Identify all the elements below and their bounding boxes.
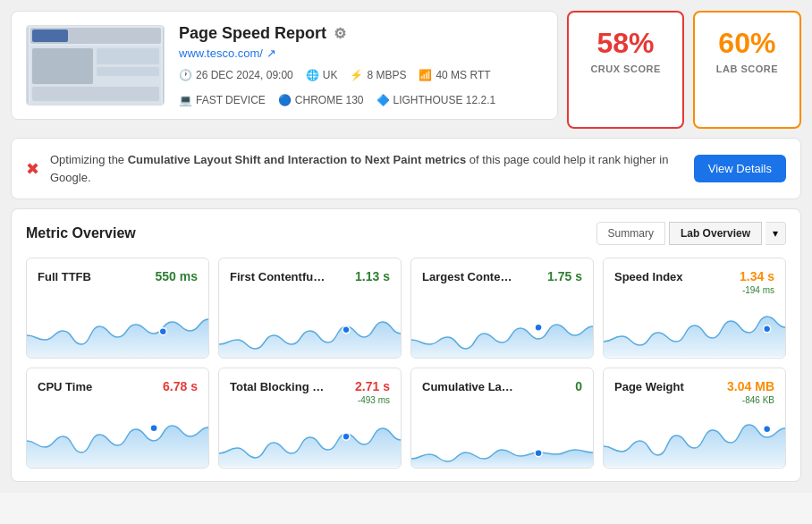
metric-chart — [411, 300, 593, 358]
metric-value: 6.78 s — [163, 379, 198, 393]
svg-point-9 — [343, 326, 350, 334]
site-url[interactable]: www.tesco.com/ ↗ — [179, 46, 543, 60]
page-thumbnail — [26, 25, 165, 106]
svg-rect-7 — [32, 87, 159, 101]
sparkline-svg — [219, 409, 401, 467]
sparkline-svg — [27, 410, 208, 468]
view-toggle: Summary Lab Overview ▾ — [596, 222, 786, 245]
metric-header: Cumulative Layout S... 0 — [422, 379, 582, 393]
metric-card-full-ttfb[interactable]: Full TTFB 550 ms — [26, 258, 209, 359]
metric-card-cls[interactable]: Cumulative Layout S... 0 — [410, 368, 594, 469]
crux-score-value: 58% — [590, 27, 660, 60]
meta-region: 🌐 UK — [306, 69, 338, 81]
metric-name: Largest Content... — [422, 270, 518, 283]
metric-name: Full TTFB — [38, 270, 91, 283]
svg-point-12 — [150, 425, 157, 432]
meta-row: 🕐 26 DEC 2024, 09:00 🌐 UK ⚡ 8 MBPS 📶 40 … — [179, 69, 543, 106]
sparkline-svg — [27, 300, 208, 358]
metric-header: Full TTFB 550 ms — [38, 269, 198, 283]
svg-rect-4 — [32, 48, 93, 84]
svg-point-13 — [343, 433, 350, 440]
device-icon: 💻 — [179, 94, 192, 106]
metric-header: First Contentful ... 1.13 s — [230, 269, 390, 283]
metric-sub: -493 ms — [230, 395, 390, 405]
metric-sub: -194 ms — [614, 285, 774, 295]
settings-icon[interactable]: ⚙ — [334, 25, 346, 42]
metric-card-tbt[interactable]: Total Blocking Ti... 2.71 s -493 ms — [218, 368, 402, 469]
metric-value: 550 ms — [156, 269, 198, 283]
external-link-icon: ↗ — [266, 46, 276, 60]
sparkline-svg — [219, 300, 401, 358]
metric-value: 1.34 s — [740, 269, 774, 283]
lab-overview-toggle-button[interactable]: Lab Overview — [669, 222, 762, 245]
clock-icon: 🕐 — [179, 69, 192, 81]
lab-score-value: 60% — [716, 27, 778, 60]
svg-point-11 — [764, 325, 771, 333]
metric-card-fcp[interactable]: First Contentful ... 1.13 s — [218, 258, 402, 359]
svg-point-8 — [159, 328, 166, 335]
meta-lighthouse: 🔷 LIGHTHOUSE 12.2.1 — [376, 94, 496, 106]
header-info: Page Speed Report ⚙ www.tesco.com/ ↗ 🕐 2… — [179, 24, 543, 106]
crux-score-label: CRUX SCORE — [590, 63, 660, 74]
metric-chart — [411, 410, 593, 468]
metric-value: 1.75 s — [547, 269, 582, 283]
metric-header: Largest Content... 1.75 s — [422, 269, 582, 283]
svg-rect-6 — [97, 67, 159, 76]
alert-text: Optimizing the Cumulative Layout Shift a… — [50, 151, 683, 186]
svg-point-10 — [535, 324, 542, 331]
svg-rect-5 — [97, 48, 159, 64]
alert-emphasis: Cumulative Layout Shift and Interaction … — [128, 153, 467, 166]
metric-value: 0 — [575, 379, 582, 393]
metric-name: Page Weight — [614, 380, 684, 393]
sparkline-svg — [604, 409, 785, 467]
error-icon: ✖ — [26, 159, 39, 179]
sparkline-svg — [604, 299, 785, 357]
metric-name: Total Blocking Ti... — [230, 380, 326, 393]
meta-bandwidth: ⚡ 8 MBPS — [350, 69, 406, 81]
speed-icon: ⚡ — [350, 69, 363, 81]
metric-card-lcp[interactable]: Largest Content... 1.75 s — [410, 258, 594, 359]
svg-point-14 — [535, 450, 542, 457]
metric-value: 1.13 s — [355, 269, 390, 283]
metric-value: 2.71 s — [355, 379, 390, 393]
svg-point-15 — [764, 426, 771, 433]
metric-card-page-weight[interactable]: Page Weight 3.04 MB -846 KB — [603, 368, 786, 469]
metrics-header: Metric Overview Summary Lab Overview ▾ — [26, 222, 786, 245]
metric-chart — [27, 410, 208, 468]
metric-header: Page Weight 3.04 MB — [614, 379, 774, 393]
meta-date: 🕐 26 DEC 2024, 09:00 — [179, 69, 293, 81]
metric-card-cpu-time[interactable]: CPU Time 6.78 s — [26, 368, 209, 469]
sparkline-svg — [411, 410, 593, 468]
lighthouse-icon: 🔷 — [376, 94, 390, 106]
metric-value: 3.04 MB — [727, 379, 774, 393]
svg-rect-2 — [32, 30, 68, 42]
metric-sub: -846 KB — [614, 395, 774, 405]
metric-chart — [27, 300, 208, 358]
metric-name: Cumulative Layout S... — [422, 380, 518, 393]
browser-icon: 🔵 — [278, 94, 292, 106]
lab-score-label: LAB SCORE — [716, 63, 778, 74]
metric-header: CPU Time 6.78 s — [38, 379, 198, 393]
sparkline-svg — [411, 300, 593, 358]
metric-header: Total Blocking Ti... 2.71 s — [230, 379, 390, 393]
meta-device: 💻 FAST DEVICE — [179, 94, 266, 106]
meta-rtt: 📶 40 MS RTT — [419, 69, 490, 81]
lab-score-card: 60% LAB SCORE — [693, 11, 801, 129]
metrics-grid: Full TTFB 550 ms First Contentful ... 1.… — [26, 258, 786, 469]
report-title: Page Speed Report ⚙ — [179, 24, 543, 43]
signal-icon: 📶 — [419, 69, 432, 81]
metrics-title: Metric Overview — [26, 225, 136, 241]
title-text: Page Speed Report — [179, 24, 326, 43]
crux-score-card: 58% CRUX SCORE — [567, 11, 683, 129]
summary-toggle-button[interactable]: Summary — [596, 222, 665, 245]
metric-chart — [219, 409, 401, 467]
metric-name: CPU Time — [38, 380, 92, 393]
metric-header: Speed Index 1.34 s — [614, 269, 774, 283]
globe-icon: 🌐 — [306, 69, 319, 81]
toggle-dropdown-button[interactable]: ▾ — [765, 222, 786, 245]
view-details-button[interactable]: View Details — [694, 155, 786, 182]
metric-chart — [604, 299, 785, 357]
metric-card-speed-index[interactable]: Speed Index 1.34 s -194 ms — [603, 258, 786, 359]
metrics-section: Metric Overview Summary Lab Overview ▾ F… — [11, 208, 801, 482]
metric-chart — [604, 409, 785, 467]
